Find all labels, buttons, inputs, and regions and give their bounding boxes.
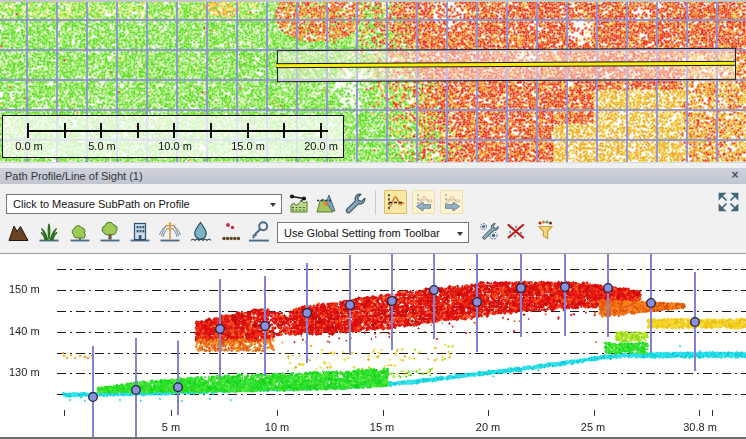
x-axis-label: 5 m bbox=[143, 421, 199, 433]
panel-title: Path Profile/Line of Sight (1) bbox=[5, 168, 143, 184]
filter-button[interactable] bbox=[535, 219, 557, 243]
scale-bar-tick bbox=[64, 123, 66, 138]
scale-bar-label: 5.0 m bbox=[77, 140, 127, 152]
ground-button[interactable] bbox=[6, 219, 32, 245]
x-axis-label: 15 m bbox=[354, 421, 410, 433]
chevron-down-icon[interactable] bbox=[457, 232, 463, 236]
profile-range-button[interactable] bbox=[315, 191, 339, 215]
sync-profile-button[interactable] bbox=[384, 190, 407, 214]
scale-bar-tick bbox=[100, 123, 102, 138]
chevron-down-icon[interactable] bbox=[270, 203, 276, 207]
high-vegetation-button[interactable] bbox=[97, 219, 123, 245]
x-axis-label: 10 m bbox=[249, 421, 305, 433]
application-window: 0.0 m5.0 m10.0 m15.0 m20.0 m Path Profil… bbox=[0, 0, 746, 439]
measure-profile-button[interactable] bbox=[287, 191, 311, 215]
scale-bar-label: 0.0 m bbox=[4, 140, 54, 152]
low-vegetation-button[interactable] bbox=[36, 219, 62, 245]
wrench-button[interactable] bbox=[343, 191, 367, 215]
y-axis-label: 150 m bbox=[9, 283, 51, 295]
profile-plot[interactable]: 150 m140 m130 m5 m10 m15 m20 m25 m30.8 m bbox=[0, 253, 746, 438]
next-profile-button[interactable] bbox=[440, 190, 463, 214]
scale-bar-tick bbox=[320, 123, 322, 138]
x-axis-label: 25 m bbox=[565, 421, 621, 433]
close-icon[interactable]: × bbox=[728, 168, 742, 184]
toolbar-separator bbox=[375, 190, 376, 215]
previous-profile-button[interactable] bbox=[412, 190, 435, 214]
expand-button[interactable] bbox=[717, 191, 740, 213]
panel-title-bar: Path Profile/Line of Sight (1) × bbox=[0, 168, 746, 184]
powerline-button[interactable] bbox=[157, 219, 183, 245]
scale-bar-tick bbox=[27, 123, 29, 138]
display-settings-button[interactable] bbox=[477, 220, 501, 244]
measure-mode-combobox[interactable]: Click to Measure SubPath on Profile bbox=[6, 194, 282, 214]
map-view[interactable]: 0.0 m5.0 m10.0 m15.0 m20.0 m bbox=[0, 0, 746, 162]
map-scale-bar: 0.0 m5.0 m10.0 m15.0 m20.0 m bbox=[2, 115, 344, 158]
measure-mode-value: Click to Measure SubPath on Profile bbox=[13, 198, 190, 210]
clear-selection-button[interactable] bbox=[504, 220, 528, 244]
points-button[interactable] bbox=[218, 219, 244, 245]
profile-centerline[interactable] bbox=[276, 61, 735, 68]
scale-bar-tick bbox=[247, 123, 249, 138]
building-button[interactable] bbox=[127, 219, 153, 245]
scale-bar-label: 15.0 m bbox=[223, 140, 273, 152]
water-button[interactable] bbox=[188, 219, 214, 245]
global-setting-combobox[interactable]: Use Global Setting from Toolbar bbox=[277, 222, 469, 243]
medium-vegetation-button[interactable] bbox=[67, 219, 93, 245]
scale-bar-label: 20.0 m bbox=[296, 140, 346, 152]
y-axis-label: 130 m bbox=[9, 366, 51, 378]
x-axis-label: 30.8 m bbox=[672, 421, 728, 433]
panel-toolbar: Click to Measure SubPath on Profile Use … bbox=[0, 184, 746, 253]
scale-bar-label: 10.0 m bbox=[150, 140, 200, 152]
x-axis-label: 20 m bbox=[460, 421, 516, 433]
scale-bar-tick bbox=[210, 123, 212, 138]
y-axis-label: 140 m bbox=[9, 325, 51, 337]
profile-corridor-box[interactable] bbox=[277, 48, 736, 82]
global-setting-value: Use Global Setting from Toolbar bbox=[284, 227, 440, 239]
profile-plot-canvas[interactable] bbox=[0, 254, 746, 438]
scale-bar-tick bbox=[283, 123, 285, 138]
scale-bar-tick bbox=[173, 123, 175, 138]
scale-bar-tick bbox=[137, 123, 139, 138]
model-key-button[interactable] bbox=[246, 219, 272, 245]
